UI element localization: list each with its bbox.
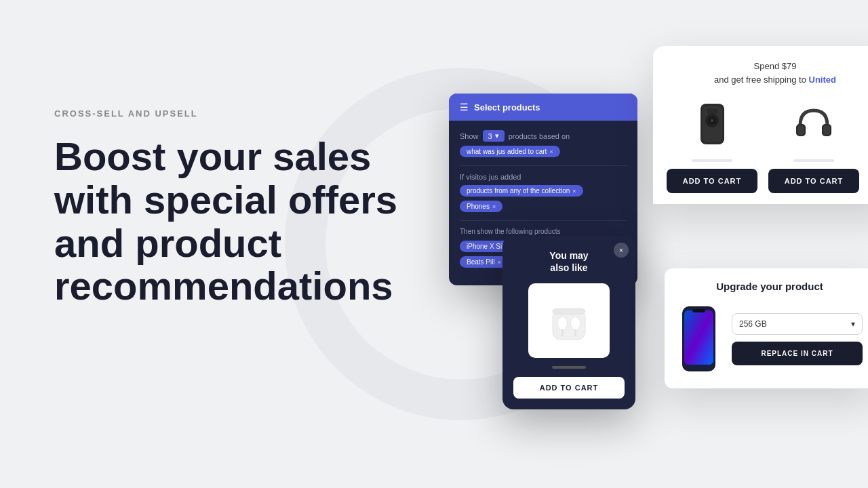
upgrade-right: 256 GB ▾ REPLACE IN CART — [732, 313, 863, 365]
shipping-text: Spend $79 and get free shipping to Unite… — [667, 60, 868, 86]
trigger-chip[interactable]: what was jus added to cart × — [460, 146, 560, 157]
trigger-remove[interactable]: × — [549, 148, 553, 155]
count-chip[interactable]: 3 ▾ — [483, 130, 505, 142]
shipping-line1: Spend $79 — [754, 61, 797, 71]
product-image-1 — [667, 98, 757, 152]
replace-in-cart-button[interactable]: REPLACE IN CART — [732, 342, 863, 365]
storage-select[interactable]: 256 GB ▾ — [732, 313, 863, 335]
collection-remove[interactable]: × — [572, 188, 576, 195]
right-card-shipping: Spend $79 and get free shipping to Unite… — [653, 46, 868, 204]
section-label: CROSS-SELL AND UPSELL — [54, 108, 448, 119]
svg-rect-11 — [707, 108, 717, 114]
airpods-icon — [542, 293, 596, 348]
product-image-2 — [768, 98, 859, 152]
headline-line4: recommendations — [54, 264, 393, 308]
shipping-line2: and get free shipping to — [714, 75, 806, 85]
upgrade-card: Upgrade your product — [665, 268, 868, 388]
svg-point-4 — [570, 317, 580, 330]
then-label: Then show the following products — [460, 228, 627, 235]
panel-title: Select products — [474, 102, 540, 113]
dropdown-arrow: ▾ — [851, 319, 855, 329]
upgrade-content: 256 GB ▾ REPLACE IN CART — [677, 302, 863, 376]
headline-line2: with special offers — [54, 178, 397, 222]
svg-rect-15 — [823, 125, 830, 135]
speaker-icon — [694, 100, 731, 151]
product-item-1: ADD TO CART — [667, 98, 757, 196]
headline-line1: Boost your sales — [54, 134, 371, 178]
product-rating-1 — [692, 159, 732, 162]
svg-point-2 — [557, 317, 567, 330]
popup-add-to-cart-button[interactable]: ADD TO CART — [513, 377, 625, 399]
beats-remove[interactable]: × — [498, 259, 501, 266]
product2-add-to-cart-button[interactable]: ADD TO CART — [768, 169, 859, 193]
product-rating-2 — [793, 159, 834, 162]
condition-row: If visitos jus added products from any o… — [460, 173, 627, 212]
list-icon: ☰ — [460, 102, 469, 113]
mobile-popup: × You may also like ADD TO CART — [502, 236, 635, 409]
products-row: ADD TO CART ADD TO CART — [667, 98, 868, 196]
svg-point-10 — [711, 119, 713, 122]
phone-image — [677, 302, 721, 376]
svg-rect-19 — [692, 309, 705, 312]
show-row: Show 3 ▾ products based on what was jus … — [460, 130, 627, 157]
popup-product-image — [528, 283, 610, 358]
beats-chip[interactable]: Beats Pill × — [460, 256, 508, 268]
collection-chip[interactable]: products from any of the collection × — [460, 185, 583, 197]
divider2 — [460, 220, 627, 221]
svg-rect-1 — [553, 309, 585, 314]
storage-value: 256 GB — [739, 319, 767, 329]
svg-rect-18 — [684, 310, 713, 365]
phones-remove[interactable]: × — [492, 203, 496, 210]
product-item-2: ADD TO CART — [768, 98, 859, 196]
product1-add-to-cart-button[interactable]: ADD TO CART — [667, 169, 757, 193]
upgrade-title: Upgrade your product — [677, 281, 863, 292]
show-label: Show — [460, 132, 479, 140]
condition-label: If visitos jus added — [460, 173, 521, 181]
headline: Boost your sales with special offers and… — [54, 135, 448, 308]
left-section: CROSS-SELL AND UPSELL Boost your sales w… — [54, 108, 448, 308]
based-on-label: products based on — [509, 132, 570, 140]
popup-title: You may also like — [513, 249, 625, 274]
headline-line3: and product — [54, 221, 281, 265]
svg-rect-14 — [797, 125, 804, 135]
panel-header: ☰ Select products — [449, 94, 637, 121]
divider1 — [460, 165, 627, 166]
popup-close-button[interactable]: × — [614, 243, 629, 258]
headphones-icon — [793, 105, 834, 146]
phones-chip[interactable]: Phones × — [460, 201, 502, 212]
shipping-highlight: United — [809, 75, 836, 85]
phone-icon — [680, 305, 717, 373]
